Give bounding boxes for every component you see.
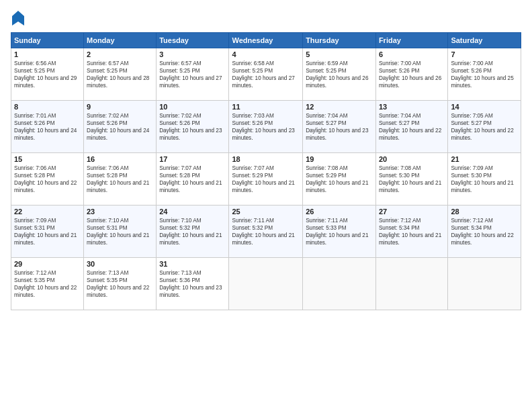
day-number: 13	[379, 103, 445, 111]
empty-cell	[229, 258, 303, 310]
weekday-header-row: Sunday Monday Tuesday Wednesday Thursday…	[11, 33, 521, 48]
week-row-1: 1 Sunrise: 6:56 AM Sunset: 5:25 PM Dayli…	[11, 48, 521, 101]
cell-info: Sunrise: 7:04 AM Sunset: 5:27 PM Dayligh…	[379, 112, 445, 142]
day-cell-2: 2 Sunrise: 6:57 AM Sunset: 5:25 PM Dayli…	[84, 48, 157, 101]
day-cell-19: 19 Sunrise: 7:08 AM Sunset: 5:29 PM Dayl…	[303, 153, 376, 205]
empty-cell	[375, 258, 447, 310]
week-row-2: 8 Sunrise: 7:01 AM Sunset: 5:26 PM Dayli…	[11, 101, 521, 153]
page-header	[11, 11, 521, 26]
day-cell-28: 28 Sunrise: 7:12 AM Sunset: 5:34 PM Dayl…	[448, 205, 521, 258]
cell-info: Sunrise: 6:59 AM Sunset: 5:25 PM Dayligh…	[306, 60, 373, 89]
day-number: 7	[451, 50, 518, 58]
day-cell-30: 30 Sunrise: 7:13 AM Sunset: 5:35 PM Dayl…	[84, 258, 157, 310]
day-number: 10	[159, 103, 226, 111]
header-saturday: Saturday	[448, 33, 521, 48]
cell-info: Sunrise: 7:13 AM Sunset: 5:36 PM Dayligh…	[159, 269, 226, 299]
day-cell-20: 20 Sunrise: 7:08 AM Sunset: 5:30 PM Dayl…	[375, 153, 447, 205]
cell-info: Sunrise: 7:13 AM Sunset: 5:35 PM Dayligh…	[87, 269, 153, 299]
empty-cell	[303, 258, 376, 310]
day-number: 21	[451, 155, 518, 163]
day-cell-15: 15 Sunrise: 7:06 AM Sunset: 5:28 PM Dayl…	[11, 153, 84, 205]
day-cell-3: 3 Sunrise: 6:57 AM Sunset: 5:25 PM Dayli…	[157, 48, 229, 101]
cell-info: Sunrise: 7:00 AM Sunset: 5:26 PM Dayligh…	[379, 60, 445, 89]
cell-info: Sunrise: 7:05 AM Sunset: 5:27 PM Dayligh…	[451, 112, 518, 142]
day-number: 6	[379, 50, 445, 58]
day-cell-11: 11 Sunrise: 7:03 AM Sunset: 5:26 PM Dayl…	[229, 101, 303, 153]
day-cell-25: 25 Sunrise: 7:11 AM Sunset: 5:32 PM Dayl…	[229, 205, 303, 258]
cell-info: Sunrise: 7:03 AM Sunset: 5:26 PM Dayligh…	[232, 112, 300, 142]
day-number: 9	[87, 103, 153, 111]
header-tuesday: Tuesday	[157, 33, 229, 48]
day-number: 25	[232, 208, 300, 216]
header-friday: Friday	[375, 33, 447, 48]
day-number: 14	[451, 103, 518, 111]
day-number: 26	[306, 208, 373, 216]
day-cell-5: 5 Sunrise: 6:59 AM Sunset: 5:25 PM Dayli…	[303, 48, 376, 101]
day-cell-6: 6 Sunrise: 7:00 AM Sunset: 5:26 PM Dayli…	[375, 48, 447, 101]
day-cell-7: 7 Sunrise: 7:00 AM Sunset: 5:26 PM Dayli…	[448, 48, 521, 101]
logo-icon	[12, 11, 24, 26]
day-number: 31	[159, 260, 226, 268]
day-cell-17: 17 Sunrise: 7:07 AM Sunset: 5:28 PM Dayl…	[157, 153, 229, 205]
cell-info: Sunrise: 7:12 AM Sunset: 5:34 PM Dayligh…	[379, 217, 445, 246]
cell-info: Sunrise: 6:57 AM Sunset: 5:25 PM Dayligh…	[159, 60, 226, 89]
day-number: 1	[14, 50, 81, 58]
day-cell-23: 23 Sunrise: 7:10 AM Sunset: 5:31 PM Dayl…	[84, 205, 157, 258]
day-number: 24	[159, 208, 226, 216]
day-cell-12: 12 Sunrise: 7:04 AM Sunset: 5:27 PM Dayl…	[303, 101, 376, 153]
cell-info: Sunrise: 7:09 AM Sunset: 5:31 PM Dayligh…	[14, 217, 81, 246]
day-number: 3	[159, 50, 226, 58]
day-number: 18	[232, 155, 300, 163]
cell-info: Sunrise: 6:56 AM Sunset: 5:25 PM Dayligh…	[14, 60, 81, 89]
cell-info: Sunrise: 7:08 AM Sunset: 5:29 PM Dayligh…	[306, 165, 373, 194]
header-wednesday: Wednesday	[229, 33, 303, 48]
day-cell-1: 1 Sunrise: 6:56 AM Sunset: 5:25 PM Dayli…	[11, 48, 84, 101]
day-cell-29: 29 Sunrise: 7:12 AM Sunset: 5:35 PM Dayl…	[11, 258, 84, 310]
cell-info: Sunrise: 7:02 AM Sunset: 5:26 PM Dayligh…	[87, 112, 153, 142]
header-monday: Monday	[84, 33, 157, 48]
cell-info: Sunrise: 7:01 AM Sunset: 5:26 PM Dayligh…	[14, 112, 81, 142]
day-number: 30	[87, 260, 153, 268]
header-thursday: Thursday	[303, 33, 376, 48]
cell-info: Sunrise: 6:57 AM Sunset: 5:25 PM Dayligh…	[87, 60, 153, 89]
week-row-5: 29 Sunrise: 7:12 AM Sunset: 5:35 PM Dayl…	[11, 258, 521, 310]
day-number: 5	[306, 50, 373, 58]
day-number: 16	[87, 155, 153, 163]
day-number: 15	[14, 155, 81, 163]
day-cell-13: 13 Sunrise: 7:04 AM Sunset: 5:27 PM Dayl…	[375, 101, 447, 153]
day-number: 23	[87, 208, 153, 216]
day-number: 27	[379, 208, 445, 216]
day-cell-27: 27 Sunrise: 7:12 AM Sunset: 5:34 PM Dayl…	[375, 205, 447, 258]
cell-info: Sunrise: 7:10 AM Sunset: 5:32 PM Dayligh…	[159, 217, 226, 246]
cell-info: Sunrise: 7:07 AM Sunset: 5:29 PM Dayligh…	[232, 165, 300, 194]
day-number: 4	[232, 50, 300, 58]
cell-info: Sunrise: 7:04 AM Sunset: 5:27 PM Dayligh…	[306, 112, 373, 142]
day-cell-31: 31 Sunrise: 7:13 AM Sunset: 5:36 PM Dayl…	[157, 258, 229, 310]
week-row-4: 22 Sunrise: 7:09 AM Sunset: 5:31 PM Dayl…	[11, 205, 521, 258]
week-row-3: 15 Sunrise: 7:06 AM Sunset: 5:28 PM Dayl…	[11, 153, 521, 205]
day-number: 8	[14, 103, 81, 111]
cell-info: Sunrise: 6:58 AM Sunset: 5:25 PM Dayligh…	[232, 60, 300, 89]
day-number: 2	[87, 50, 153, 58]
cell-info: Sunrise: 7:09 AM Sunset: 5:30 PM Dayligh…	[451, 165, 518, 194]
day-number: 17	[159, 155, 226, 163]
calendar-table: Sunday Monday Tuesday Wednesday Thursday…	[11, 32, 521, 310]
day-cell-8: 8 Sunrise: 7:01 AM Sunset: 5:26 PM Dayli…	[11, 101, 84, 153]
day-number: 20	[379, 155, 445, 163]
day-cell-4: 4 Sunrise: 6:58 AM Sunset: 5:25 PM Dayli…	[229, 48, 303, 101]
cell-info: Sunrise: 7:12 AM Sunset: 5:34 PM Dayligh…	[451, 217, 518, 246]
day-cell-14: 14 Sunrise: 7:05 AM Sunset: 5:27 PM Dayl…	[448, 101, 521, 153]
day-cell-24: 24 Sunrise: 7:10 AM Sunset: 5:32 PM Dayl…	[157, 205, 229, 258]
day-number: 19	[306, 155, 373, 163]
day-cell-26: 26 Sunrise: 7:11 AM Sunset: 5:33 PM Dayl…	[303, 205, 376, 258]
cell-info: Sunrise: 7:07 AM Sunset: 5:28 PM Dayligh…	[159, 165, 226, 194]
cell-info: Sunrise: 7:06 AM Sunset: 5:28 PM Dayligh…	[14, 165, 81, 194]
day-cell-16: 16 Sunrise: 7:06 AM Sunset: 5:28 PM Dayl…	[84, 153, 157, 205]
cell-info: Sunrise: 7:12 AM Sunset: 5:35 PM Dayligh…	[14, 269, 81, 299]
empty-cell	[448, 258, 521, 310]
cell-info: Sunrise: 7:11 AM Sunset: 5:32 PM Dayligh…	[232, 217, 300, 246]
day-number: 11	[232, 103, 300, 111]
day-cell-22: 22 Sunrise: 7:09 AM Sunset: 5:31 PM Dayl…	[11, 205, 84, 258]
day-number: 12	[306, 103, 373, 111]
day-number: 28	[451, 208, 518, 216]
